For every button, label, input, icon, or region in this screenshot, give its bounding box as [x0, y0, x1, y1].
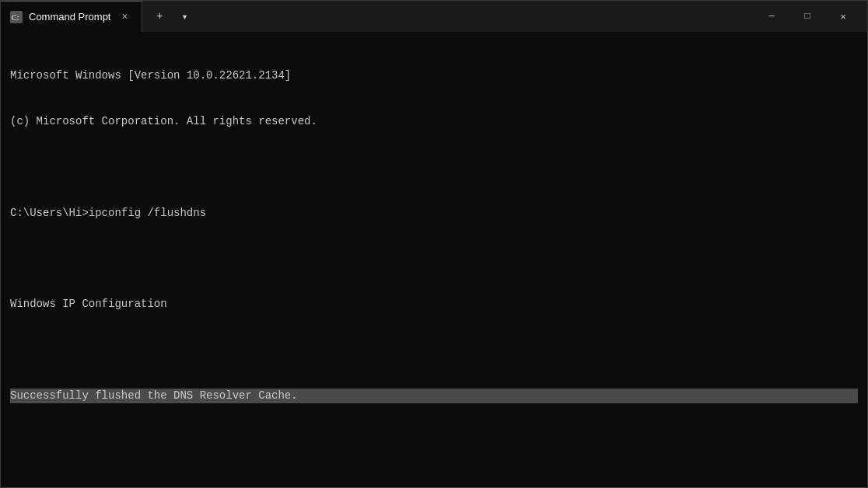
tab-close-button[interactable]: × — [117, 9, 132, 25]
terminal-prompt-line: C:\Users\Hi> — [10, 479, 858, 487]
highlighted-text: Successfully flushed the DNS Resolver Ca… — [10, 389, 858, 404]
terminal-line-2: (c) Microsoft Corporation. All rights re… — [10, 114, 858, 130]
terminal-body[interactable]: Microsoft Windows [Version 10.0.22621.21… — [1, 32, 867, 487]
titlebar: C: Command Prompt × + ▾ ─ □ ✕ — [1, 1, 867, 32]
cmd-icon: C: — [10, 11, 23, 23]
terminal-line-8: Successfully flushed the DNS Resolver Ca… — [10, 389, 858, 404]
titlebar-right: ─ □ ✕ — [754, 1, 861, 32]
close-button[interactable]: ✕ — [825, 1, 861, 32]
dropdown-button[interactable]: ▾ — [173, 5, 195, 27]
titlebar-left: C: Command Prompt × + ▾ — [1, 1, 195, 32]
terminal-line-9 — [10, 434, 858, 449]
terminal-line-3 — [10, 160, 858, 176]
maximize-button[interactable]: □ — [789, 1, 825, 32]
terminal-line-6: Windows IP Configuration — [10, 297, 858, 312]
terminal-line-5 — [10, 251, 858, 267]
active-tab[interactable]: C: Command Prompt × — [1, 1, 142, 32]
terminal-line-7 — [10, 343, 858, 358]
svg-text:C:: C: — [12, 13, 19, 22]
terminal-line-4: C:\Users\Hi>ipconfig /flushdns — [10, 206, 858, 221]
titlebar-actions: + ▾ — [149, 5, 195, 27]
cmd-window: C: Command Prompt × + ▾ ─ □ ✕ Microsoft … — [0, 0, 868, 488]
terminal-line-1: Microsoft Windows [Version 10.0.22621.21… — [10, 68, 858, 84]
add-tab-button[interactable]: + — [149, 5, 170, 27]
tab-title: Command Prompt — [29, 11, 110, 23]
minimize-button[interactable]: ─ — [754, 1, 789, 32]
